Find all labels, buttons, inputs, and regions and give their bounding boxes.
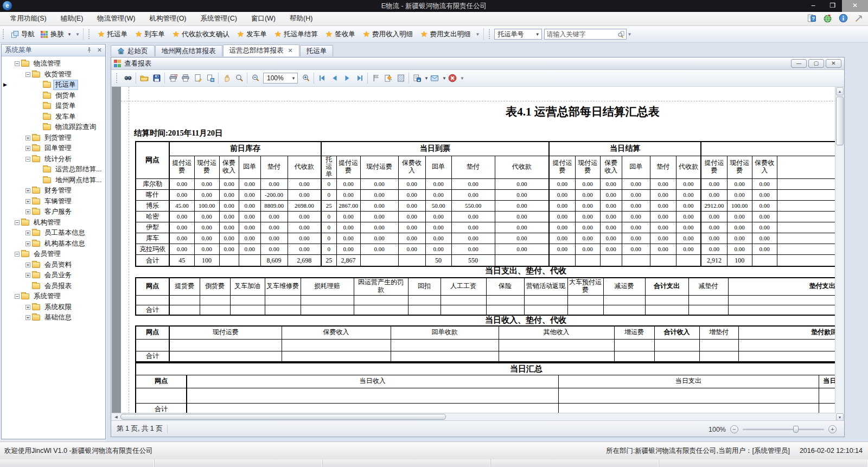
export-icon[interactable]: [411, 72, 423, 85]
sidebar-item[interactable]: 发车单: [2, 112, 105, 123]
search-type-combo[interactable]: 托运单号 ▼: [494, 29, 542, 40]
save-icon[interactable]: [150, 72, 163, 85]
toolbar-grip[interactable]: [116, 73, 119, 83]
close-icon[interactable]: ✕: [97, 47, 102, 54]
sidebar-item[interactable]: −会员管理: [2, 249, 105, 260]
toolbar-overflow-icon[interactable]: ▼: [74, 32, 81, 37]
favorite-button[interactable]: ★托运单结算: [271, 28, 322, 41]
horizontal-scrollbar[interactable]: ◀: [112, 413, 836, 420]
help-doc-icon[interactable]: ?: [807, 14, 816, 23]
zoom-slider-thumb[interactable]: [793, 426, 799, 433]
menu-item[interactable]: 帮助(H): [283, 12, 320, 25]
expand-icon[interactable]: +: [25, 315, 30, 320]
search-input[interactable]: [545, 30, 617, 38]
navigation-button[interactable]: 导航: [8, 28, 37, 41]
toolbar-grip[interactable]: [489, 29, 492, 39]
chevron-down-icon[interactable]: ▼: [424, 76, 429, 81]
info-icon[interactable]: [839, 14, 848, 23]
window-restore-button[interactable]: ❒: [824, 0, 842, 12]
tab-1[interactable]: 起始页: [111, 45, 155, 56]
tab-3[interactable]: 运营总部结算报表✕: [223, 44, 299, 56]
window-minimize-button[interactable]: –: [804, 0, 822, 12]
expand-icon[interactable]: +: [25, 209, 30, 214]
menu-item[interactable]: 机构管理(O): [142, 12, 193, 25]
expand-icon[interactable]: +: [25, 241, 30, 246]
sidebar-item[interactable]: +客户服务: [2, 207, 105, 217]
collapse-icon[interactable]: −: [15, 220, 20, 225]
sidebar-item[interactable]: +机构基本信息: [2, 239, 105, 250]
sidebar-item[interactable]: 运营总部结算...: [2, 164, 105, 175]
favorite-button[interactable]: ★托运单: [94, 28, 131, 41]
expand-icon[interactable]: +: [25, 273, 30, 278]
sidebar-item[interactable]: 地州网点结算...: [2, 175, 105, 186]
sidebar-item[interactable]: −统计分析: [2, 154, 105, 165]
favorite-button[interactable]: ★发车单: [233, 28, 271, 41]
zoom-in-icon[interactable]: +: [828, 425, 837, 433]
menu-item[interactable]: 辅助(E): [54, 12, 91, 25]
search-icon[interactable]: [617, 30, 626, 39]
zoom-tool-icon[interactable]: [233, 72, 245, 85]
collapse-icon[interactable]: −: [25, 157, 30, 162]
sidebar-item[interactable]: 倒货单: [2, 91, 105, 101]
toolbar-grip[interactable]: [3, 29, 5, 39]
expand-icon[interactable]: +: [25, 263, 30, 267]
window-close-button[interactable]: ✕: [842, 0, 868, 12]
scroll-left-icon[interactable]: ◀: [112, 414, 120, 420]
sidebar-item[interactable]: +系统权限: [2, 302, 105, 313]
zoom-out-icon[interactable]: −: [730, 425, 738, 433]
print-icon[interactable]: [179, 72, 192, 85]
favorite-button[interactable]: ★代收款收支确认: [169, 28, 233, 41]
sidebar-item[interactable]: 会员报表: [2, 281, 105, 292]
sidebar-item[interactable]: −机构管理: [2, 217, 105, 228]
sidebar-item[interactable]: +会员业务: [2, 270, 105, 281]
favorites-overflow-icon[interactable]: ▼: [475, 32, 481, 37]
find-icon[interactable]: [122, 72, 134, 85]
collapse-icon[interactable]: −: [15, 294, 20, 299]
favorite-button[interactable]: ★到车单: [131, 28, 169, 41]
edit-page-icon[interactable]: [394, 72, 407, 85]
sidebar-item[interactable]: +车辆管理: [2, 196, 105, 207]
page-settings-icon[interactable]: [192, 72, 204, 85]
expand-icon[interactable]: +: [25, 136, 30, 140]
favorite-button[interactable]: ★费用支出明细: [417, 28, 474, 41]
favorite-button[interactable]: ★签收单: [322, 28, 359, 41]
sidebar-item[interactable]: +基础信息: [2, 312, 105, 323]
vertical-scrollbar[interactable]: ▲ ▼: [835, 87, 844, 422]
sidebar-item[interactable]: 托运单▶: [2, 80, 105, 91]
sidebar-item[interactable]: +财务管理: [2, 185, 105, 196]
bookmark-icon[interactable]: [369, 72, 382, 85]
prev-page-icon[interactable]: [328, 72, 341, 85]
zoom-slider[interactable]: [743, 428, 824, 430]
favorite-button[interactable]: ★费用收入明细: [359, 28, 417, 41]
sidebar-item[interactable]: +员工基本信息: [2, 228, 105, 239]
tab-4[interactable]: 托运单: [300, 45, 334, 56]
expand-icon[interactable]: +: [25, 188, 30, 193]
collapse-icon[interactable]: −: [15, 61, 20, 66]
collapse-icon[interactable]: −: [15, 252, 20, 257]
sidebar-item[interactable]: +回单管理: [2, 143, 105, 154]
tab-2[interactable]: 地州网点结算报表: [155, 45, 222, 56]
sidebar-item[interactable]: 物流跟踪查询: [2, 122, 105, 133]
chevron-down-icon[interactable]: ▼: [442, 76, 446, 81]
print-settings-icon[interactable]: ?: [167, 72, 179, 85]
sidebar-item[interactable]: −物流管理: [2, 59, 105, 69]
zoom-out-icon[interactable]: [249, 72, 261, 85]
scroll-up-icon[interactable]: ▲: [836, 87, 844, 95]
expand-icon[interactable]: +: [25, 231, 30, 235]
email-icon[interactable]: [429, 72, 441, 85]
horizontal-scroll-thumb[interactable]: [120, 414, 446, 420]
zoom-combo[interactable]: 100%▼: [263, 73, 298, 84]
scale-page-icon[interactable]: [204, 72, 216, 85]
menu-item[interactable]: 物流管理(W): [90, 12, 142, 25]
menu-item[interactable]: 系统管理(C): [194, 12, 244, 25]
next-page-icon[interactable]: [341, 72, 353, 85]
close-icon[interactable]: ✕: [288, 47, 293, 54]
zoom-in-icon[interactable]: [299, 72, 312, 85]
launch-icon[interactable]: [854, 14, 864, 23]
search-overflow-icon[interactable]: ▼: [627, 32, 633, 37]
hand-tool-icon[interactable]: [220, 72, 233, 85]
pin-icon[interactable]: [86, 47, 93, 54]
close-report-icon[interactable]: [446, 72, 459, 85]
sidebar-item[interactable]: +会员资料: [2, 260, 105, 271]
collapse-icon[interactable]: −: [25, 72, 30, 77]
